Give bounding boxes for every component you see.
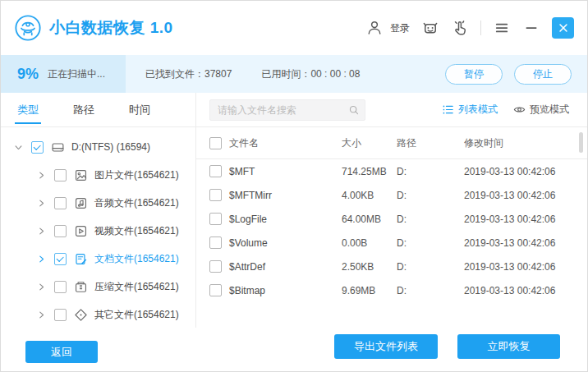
table-row[interactable]: $LogFile64.00MBD:2019-03-13 00:42:06: [196, 207, 587, 231]
robot-icon[interactable]: [421, 19, 439, 37]
scrollbar[interactable]: [579, 132, 583, 153]
tab-type[interactable]: 类型: [16, 92, 40, 128]
chevron-down-icon[interactable]: [12, 141, 24, 153]
sidebar: 类型 路径 时间 D:(NTFS) (16594)图片文件(1654621)音频…: [1, 93, 196, 328]
main-panel: 列表模式 预览模式 文件名 大小 路径 修改时间 $MFT714.25MBD:2…: [196, 93, 587, 328]
main-toolbar: 列表模式 预览模式: [196, 93, 587, 127]
back-button[interactable]: 返回: [25, 341, 98, 363]
recover-now-button[interactable]: 立即恢复: [457, 334, 560, 359]
table-row[interactable]: $MFTMirr4.00KBD:2019-03-13 00:42:06: [196, 183, 587, 207]
list-mode-toggle[interactable]: 列表模式: [442, 103, 498, 117]
tree-item-label: 图片文件(1654621): [94, 168, 179, 182]
file-path: D:: [397, 285, 464, 296]
tree-item-checkbox[interactable]: [54, 309, 67, 321]
table-row[interactable]: $Bitmap9.69MBD:2019-03-13 00:42:06: [196, 278, 587, 302]
divider: [480, 21, 481, 35]
row-checkbox[interactable]: [209, 213, 222, 225]
tab-path[interactable]: 路径: [71, 92, 96, 128]
search-icon[interactable]: [343, 100, 365, 120]
file-name: $LogFile: [229, 214, 342, 225]
tree-item[interactable]: 图片文件(1654621): [1, 161, 195, 189]
video-icon: [74, 224, 88, 238]
file-modified: 2019-03-13 00:42:06: [464, 166, 587, 177]
audio-icon: [74, 196, 88, 210]
elapsed-time: 已用时间：00 : 00 : 08: [261, 67, 360, 81]
chevron-right-icon[interactable]: [35, 169, 47, 181]
chevron-right-icon[interactable]: [35, 309, 47, 320]
chevron-right-icon[interactable]: [35, 197, 47, 209]
file-name: $MFTMirr: [229, 190, 342, 201]
tab-time[interactable]: 时间: [127, 92, 152, 128]
menu-icon[interactable]: [493, 19, 511, 37]
row-checkbox[interactable]: [209, 237, 222, 249]
chevron-right-icon[interactable]: [35, 281, 47, 292]
tree-item-label: 音频文件(1654621): [94, 196, 179, 210]
export-file-list-button[interactable]: 导出文件列表: [334, 334, 438, 359]
table-header: 文件名 大小 路径 修改时间: [196, 127, 587, 159]
file-size: 2.50KB: [342, 261, 397, 273]
files-found-count: 已找到文件：37807: [145, 67, 232, 81]
tree-item-checkbox[interactable]: [54, 281, 67, 293]
table-row[interactable]: $MFT714.25MBD:2019-03-13 00:42:06: [196, 159, 587, 183]
login-link[interactable]: 登录: [390, 21, 410, 35]
tree-item-checkbox[interactable]: [54, 169, 67, 181]
tree-item-checkbox[interactable]: [31, 141, 44, 154]
eye-icon: [513, 103, 526, 116]
file-size: 9.69MB: [342, 285, 397, 296]
file-table-body: $MFT714.25MBD:2019-03-13 00:42:06$MFTMir…: [196, 159, 587, 302]
stop-button[interactable]: 停止: [514, 64, 572, 85]
user-icon[interactable]: [365, 19, 384, 37]
file-name: $Volume: [229, 237, 342, 249]
minimize-icon[interactable]: [522, 19, 540, 37]
content-area: 类型 路径 时间 D:(NTFS) (16594)图片文件(1654621)音频…: [1, 93, 587, 328]
tree-item-checkbox[interactable]: [54, 197, 67, 209]
list-icon: [442, 103, 454, 116]
select-all-checkbox[interactable]: [209, 137, 222, 149]
tree-item[interactable]: 视频文件(1654621): [1, 217, 195, 245]
column-header-modified[interactable]: 修改时间: [464, 136, 587, 150]
row-checkbox[interactable]: [209, 165, 222, 177]
chevron-right-icon[interactable]: [35, 253, 47, 264]
file-path: D:: [397, 214, 464, 225]
file-name: $AttrDef: [229, 261, 342, 273]
other-icon: [74, 308, 88, 322]
search-input[interactable]: [210, 104, 343, 116]
sidebar-tabs: 类型 路径 时间: [1, 93, 195, 127]
scan-status: 正在扫描中...: [48, 67, 105, 81]
touch-icon[interactable]: [451, 19, 469, 37]
document-icon: [74, 252, 88, 266]
file-size: 4.00KB: [342, 190, 397, 201]
app-window: 小白数据恢复 1.0 登录: [0, 0, 588, 372]
file-size: 714.25MB: [342, 166, 397, 177]
file-size: 64.00MB: [342, 214, 397, 225]
table-row[interactable]: $Volume0.00BD:2019-03-13 00:42:06: [196, 231, 587, 255]
tree-item[interactable]: 其它文件(1654621): [1, 301, 195, 328]
column-header-size[interactable]: 大小: [342, 136, 397, 150]
row-checkbox[interactable]: [209, 284, 222, 296]
file-type-tree: D:(NTFS) (16594)图片文件(1654621)音频文件(165462…: [1, 127, 195, 328]
tree-item-checkbox[interactable]: [54, 253, 67, 265]
tree-item[interactable]: D:(NTFS) (16594): [1, 133, 195, 161]
scan-progress-highlight: 9% 正在扫描中...: [1, 55, 126, 93]
close-icon[interactable]: [552, 17, 574, 39]
file-modified: 2019-03-13 00:42:06: [464, 190, 587, 201]
tree-item-label: 视频文件(1654621): [94, 224, 179, 238]
image-icon: [74, 168, 88, 182]
tree-item[interactable]: 文档文件(1654621): [1, 245, 195, 273]
preview-mode-toggle[interactable]: 预览模式: [513, 103, 569, 117]
tree-item[interactable]: 音频文件(1654621): [1, 189, 195, 217]
chevron-right-icon[interactable]: [35, 225, 47, 237]
row-checkbox[interactable]: [209, 260, 222, 273]
drive-icon: [51, 140, 65, 154]
scan-progress-bar: 9% 正在扫描中... 已找到文件：37807 已用时间：00 : 00 : 0…: [1, 55, 587, 93]
table-row[interactable]: $AttrDef2.50KBD:2019-03-13 00:42:06: [196, 255, 587, 278]
preview-mode-label: 预览模式: [530, 103, 569, 117]
column-header-path[interactable]: 路径: [397, 136, 464, 150]
row-checkbox[interactable]: [209, 189, 222, 201]
file-path: D:: [397, 166, 464, 177]
pause-button[interactable]: 暂停: [445, 64, 503, 85]
tree-item[interactable]: 压缩文件(1654621): [1, 273, 195, 301]
tree-item-label: 压缩文件(1654621): [94, 280, 179, 294]
column-header-name[interactable]: 文件名: [229, 136, 342, 150]
tree-item-checkbox[interactable]: [54, 225, 67, 237]
